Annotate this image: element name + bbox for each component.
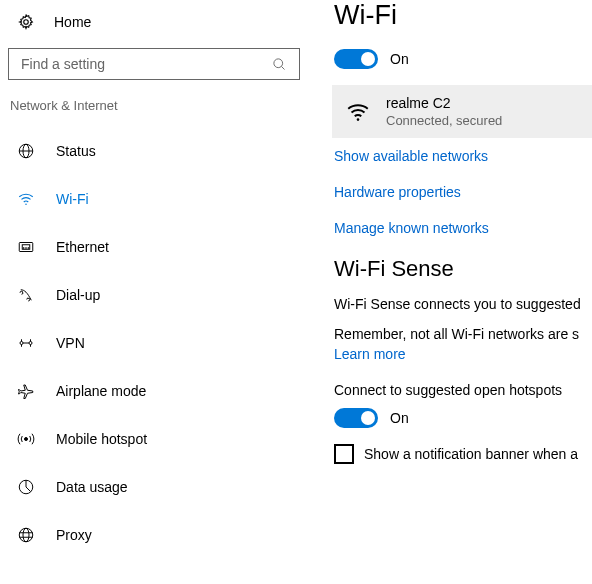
connect-suggested-label: Connect to suggested open hotspots xyxy=(334,382,592,398)
sidebar-item-label: Data usage xyxy=(56,479,128,495)
sidebar-item-ethernet[interactable]: Ethernet xyxy=(8,223,320,271)
wifi-signal-icon xyxy=(344,98,372,126)
search-icon xyxy=(269,54,289,74)
svg-point-0 xyxy=(24,20,29,25)
wifi-sense-heading: Wi-Fi Sense xyxy=(334,256,592,282)
section-label: Network & Internet xyxy=(8,98,320,127)
globe-icon xyxy=(16,141,36,161)
svg-line-2 xyxy=(281,66,284,69)
sidebar-item-wifi[interactable]: Wi-Fi xyxy=(8,175,320,223)
sidebar-item-airplane[interactable]: Airplane mode xyxy=(8,367,320,415)
network-status: Connected, secured xyxy=(386,113,502,128)
link-hardware-properties[interactable]: Hardware properties xyxy=(334,184,592,200)
notification-label: Show a notification banner when a xyxy=(364,446,578,462)
phone-icon xyxy=(16,285,36,305)
sidebar-item-label: Airplane mode xyxy=(56,383,146,399)
data-usage-icon xyxy=(16,477,36,497)
sidebar-item-label: Dial-up xyxy=(56,287,100,303)
link-manage-known[interactable]: Manage known networks xyxy=(334,220,592,236)
hotspot-toggle-label: On xyxy=(390,410,409,426)
sidebar-item-label: Status xyxy=(56,143,96,159)
svg-point-16 xyxy=(19,528,33,542)
sidebar-item-label: Wi-Fi xyxy=(56,191,89,207)
sidebar-item-vpn[interactable]: VPN xyxy=(8,319,320,367)
network-card[interactable]: realme C2 Connected, secured xyxy=(332,85,592,138)
svg-point-6 xyxy=(25,204,27,206)
svg-point-13 xyxy=(29,342,32,345)
sidebar-item-label: VPN xyxy=(56,335,85,351)
wifi-toggle[interactable] xyxy=(334,49,378,69)
link-learn-more[interactable]: Learn more xyxy=(334,346,592,362)
home-link[interactable]: Home xyxy=(8,8,320,42)
vpn-icon xyxy=(16,333,36,353)
airplane-icon xyxy=(16,381,36,401)
svg-point-12 xyxy=(20,342,23,345)
wifi-sense-desc2: Remember, not all Wi-Fi networks are s xyxy=(334,326,592,342)
page-title: Wi-Fi xyxy=(334,0,592,31)
hotspot-icon xyxy=(16,429,36,449)
sidebar-item-label: Ethernet xyxy=(56,239,109,255)
wifi-sense-desc1: Wi-Fi Sense connects you to suggested xyxy=(334,296,592,312)
sidebar-item-label: Proxy xyxy=(56,527,92,543)
wifi-toggle-label: On xyxy=(390,51,409,67)
svg-point-1 xyxy=(273,58,282,67)
hotspot-toggle[interactable] xyxy=(334,408,378,428)
sidebar-item-proxy[interactable]: Proxy xyxy=(8,511,320,559)
network-name: realme C2 xyxy=(386,95,502,111)
link-show-available[interactable]: Show available networks xyxy=(334,148,592,164)
svg-point-14 xyxy=(25,438,28,441)
sidebar-item-hotspot[interactable]: Mobile hotspot xyxy=(8,415,320,463)
svg-point-20 xyxy=(357,118,360,121)
sidebar-item-dialup[interactable]: Dial-up xyxy=(8,271,320,319)
search-input[interactable] xyxy=(19,55,269,73)
notification-checkbox[interactable] xyxy=(334,444,354,464)
proxy-icon xyxy=(16,525,36,545)
gear-icon xyxy=(16,12,36,32)
ethernet-icon xyxy=(16,237,36,257)
wifi-icon xyxy=(16,189,36,209)
sidebar-item-datausage[interactable]: Data usage xyxy=(8,463,320,511)
svg-point-17 xyxy=(23,528,29,542)
sidebar-item-label: Mobile hotspot xyxy=(56,431,147,447)
home-label: Home xyxy=(54,14,91,30)
search-box[interactable] xyxy=(8,48,300,80)
sidebar-item-status[interactable]: Status xyxy=(8,127,320,175)
